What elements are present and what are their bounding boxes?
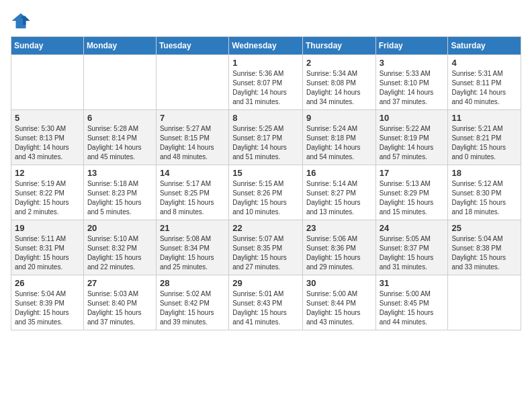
day-info: Sunrise: 5:25 AM Sunset: 8:17 PM Dayligh… xyxy=(232,124,299,162)
day-number: 2 xyxy=(306,58,372,68)
calendar-cell: 16Sunrise: 5:14 AM Sunset: 8:27 PM Dayli… xyxy=(302,165,375,220)
calendar-cell: 18Sunrise: 5:12 AM Sunset: 8:30 PM Dayli… xyxy=(448,165,521,220)
calendar-body: 1Sunrise: 5:36 AM Sunset: 8:07 PM Daylig… xyxy=(11,55,521,330)
calendar-cell: 3Sunrise: 5:33 AM Sunset: 8:10 PM Daylig… xyxy=(375,55,448,110)
calendar-cell: 26Sunrise: 5:04 AM Sunset: 8:39 PM Dayli… xyxy=(11,275,84,330)
day-number: 4 xyxy=(451,58,517,68)
day-info: Sunrise: 5:24 AM Sunset: 8:18 PM Dayligh… xyxy=(306,124,372,162)
calendar-week-3: 12Sunrise: 5:19 AM Sunset: 8:22 PM Dayli… xyxy=(11,165,521,220)
weekday-header-monday: Monday xyxy=(83,37,156,55)
day-info: Sunrise: 5:18 AM Sunset: 8:23 PM Dayligh… xyxy=(87,179,152,217)
calendar-cell: 19Sunrise: 5:11 AM Sunset: 8:31 PM Dayli… xyxy=(11,220,84,275)
calendar-cell xyxy=(156,55,228,110)
weekday-header-wednesday: Wednesday xyxy=(229,37,303,55)
day-number: 5 xyxy=(15,113,80,123)
weekday-header-thursday: Thursday xyxy=(302,37,375,55)
calendar-week-1: 1Sunrise: 5:36 AM Sunset: 8:07 PM Daylig… xyxy=(11,55,521,110)
calendar-week-2: 5Sunrise: 5:30 AM Sunset: 8:13 PM Daylig… xyxy=(11,110,521,165)
calendar-cell xyxy=(448,275,521,330)
day-info: Sunrise: 5:21 AM Sunset: 8:21 PM Dayligh… xyxy=(451,124,517,162)
day-info: Sunrise: 5:14 AM Sunset: 8:27 PM Dayligh… xyxy=(306,179,372,217)
calendar-cell: 29Sunrise: 5:01 AM Sunset: 8:43 PM Dayli… xyxy=(229,275,303,330)
calendar-cell: 28Sunrise: 5:02 AM Sunset: 8:42 PM Dayli… xyxy=(156,275,228,330)
day-number: 26 xyxy=(15,278,80,288)
calendar-week-4: 19Sunrise: 5:11 AM Sunset: 8:31 PM Dayli… xyxy=(11,220,521,275)
day-info: Sunrise: 5:13 AM Sunset: 8:29 PM Dayligh… xyxy=(380,179,445,217)
calendar-cell: 10Sunrise: 5:22 AM Sunset: 8:19 PM Dayli… xyxy=(375,110,448,165)
calendar-header: SundayMondayTuesdayWednesdayThursdayFrid… xyxy=(11,37,521,55)
day-number: 13 xyxy=(87,168,152,178)
day-number: 6 xyxy=(87,113,152,123)
day-info: Sunrise: 5:12 AM Sunset: 8:30 PM Dayligh… xyxy=(451,179,517,217)
logo-icon xyxy=(11,11,31,31)
calendar-cell: 4Sunrise: 5:31 AM Sunset: 8:11 PM Daylig… xyxy=(448,55,521,110)
day-number: 14 xyxy=(160,168,225,178)
calendar-cell: 25Sunrise: 5:04 AM Sunset: 8:38 PM Dayli… xyxy=(448,220,521,275)
day-info: Sunrise: 5:02 AM Sunset: 8:42 PM Dayligh… xyxy=(160,289,225,327)
day-number: 29 xyxy=(232,278,299,288)
day-info: Sunrise: 5:08 AM Sunset: 8:34 PM Dayligh… xyxy=(160,234,225,272)
calendar-cell: 5Sunrise: 5:30 AM Sunset: 8:13 PM Daylig… xyxy=(11,110,84,165)
day-info: Sunrise: 5:34 AM Sunset: 8:08 PM Dayligh… xyxy=(306,69,372,107)
day-number: 23 xyxy=(306,223,372,233)
calendar-cell: 21Sunrise: 5:08 AM Sunset: 8:34 PM Dayli… xyxy=(156,220,228,275)
calendar-cell: 15Sunrise: 5:15 AM Sunset: 8:26 PM Dayli… xyxy=(229,165,303,220)
calendar-cell: 12Sunrise: 5:19 AM Sunset: 8:22 PM Dayli… xyxy=(11,165,84,220)
day-info: Sunrise: 5:00 AM Sunset: 8:44 PM Dayligh… xyxy=(306,289,372,327)
calendar-cell: 11Sunrise: 5:21 AM Sunset: 8:21 PM Dayli… xyxy=(448,110,521,165)
calendar-cell: 7Sunrise: 5:27 AM Sunset: 8:15 PM Daylig… xyxy=(156,110,228,165)
page: SundayMondayTuesdayWednesdayThursdayFrid… xyxy=(0,0,532,337)
calendar-cell: 9Sunrise: 5:24 AM Sunset: 8:18 PM Daylig… xyxy=(302,110,375,165)
calendar-cell: 23Sunrise: 5:06 AM Sunset: 8:36 PM Dayli… xyxy=(302,220,375,275)
day-info: Sunrise: 5:28 AM Sunset: 8:14 PM Dayligh… xyxy=(87,124,152,162)
logo xyxy=(11,11,34,31)
calendar-cell: 6Sunrise: 5:28 AM Sunset: 8:14 PM Daylig… xyxy=(83,110,156,165)
day-number: 30 xyxy=(306,278,372,288)
day-number: 7 xyxy=(160,113,225,123)
day-info: Sunrise: 5:10 AM Sunset: 8:32 PM Dayligh… xyxy=(87,234,152,272)
day-number: 21 xyxy=(160,223,225,233)
day-info: Sunrise: 5:04 AM Sunset: 8:38 PM Dayligh… xyxy=(451,234,517,272)
day-info: Sunrise: 5:07 AM Sunset: 8:35 PM Dayligh… xyxy=(232,234,299,272)
weekday-header-friday: Friday xyxy=(375,37,448,55)
day-number: 22 xyxy=(232,223,299,233)
day-number: 10 xyxy=(380,113,445,123)
header xyxy=(11,11,521,31)
day-info: Sunrise: 5:11 AM Sunset: 8:31 PM Dayligh… xyxy=(15,234,80,272)
weekday-header-tuesday: Tuesday xyxy=(156,37,228,55)
day-number: 31 xyxy=(380,278,445,288)
day-number: 19 xyxy=(15,223,80,233)
day-info: Sunrise: 5:27 AM Sunset: 8:15 PM Dayligh… xyxy=(160,124,225,162)
day-info: Sunrise: 5:19 AM Sunset: 8:22 PM Dayligh… xyxy=(15,179,80,217)
calendar-cell: 24Sunrise: 5:05 AM Sunset: 8:37 PM Dayli… xyxy=(375,220,448,275)
day-number: 18 xyxy=(451,168,517,178)
day-info: Sunrise: 5:22 AM Sunset: 8:19 PM Dayligh… xyxy=(380,124,445,162)
day-info: Sunrise: 5:01 AM Sunset: 8:43 PM Dayligh… xyxy=(232,289,299,327)
day-info: Sunrise: 5:03 AM Sunset: 8:40 PM Dayligh… xyxy=(87,289,152,327)
day-info: Sunrise: 5:04 AM Sunset: 8:39 PM Dayligh… xyxy=(15,289,80,327)
calendar-week-5: 26Sunrise: 5:04 AM Sunset: 8:39 PM Dayli… xyxy=(11,275,521,330)
day-number: 24 xyxy=(380,223,445,233)
day-info: Sunrise: 5:15 AM Sunset: 8:26 PM Dayligh… xyxy=(232,179,299,217)
day-info: Sunrise: 5:30 AM Sunset: 8:13 PM Dayligh… xyxy=(15,124,80,162)
calendar-cell: 20Sunrise: 5:10 AM Sunset: 8:32 PM Dayli… xyxy=(83,220,156,275)
day-number: 27 xyxy=(87,278,152,288)
day-number: 28 xyxy=(160,278,225,288)
day-number: 9 xyxy=(306,113,372,123)
day-number: 20 xyxy=(87,223,152,233)
day-number: 11 xyxy=(451,113,517,123)
weekday-row: SundayMondayTuesdayWednesdayThursdayFrid… xyxy=(11,37,521,55)
calendar-cell: 22Sunrise: 5:07 AM Sunset: 8:35 PM Dayli… xyxy=(229,220,303,275)
day-info: Sunrise: 5:17 AM Sunset: 8:25 PM Dayligh… xyxy=(160,179,225,217)
day-info: Sunrise: 5:06 AM Sunset: 8:36 PM Dayligh… xyxy=(306,234,372,272)
calendar-cell: 27Sunrise: 5:03 AM Sunset: 8:40 PM Dayli… xyxy=(83,275,156,330)
day-number: 3 xyxy=(380,58,445,68)
day-info: Sunrise: 5:36 AM Sunset: 8:07 PM Dayligh… xyxy=(232,69,299,107)
calendar-table: SundayMondayTuesdayWednesdayThursdayFrid… xyxy=(11,36,521,330)
calendar-cell xyxy=(83,55,156,110)
day-number: 8 xyxy=(232,113,299,123)
calendar-cell: 8Sunrise: 5:25 AM Sunset: 8:17 PM Daylig… xyxy=(229,110,303,165)
day-number: 17 xyxy=(380,168,445,178)
day-number: 12 xyxy=(15,168,80,178)
day-info: Sunrise: 5:00 AM Sunset: 8:45 PM Dayligh… xyxy=(380,289,445,327)
